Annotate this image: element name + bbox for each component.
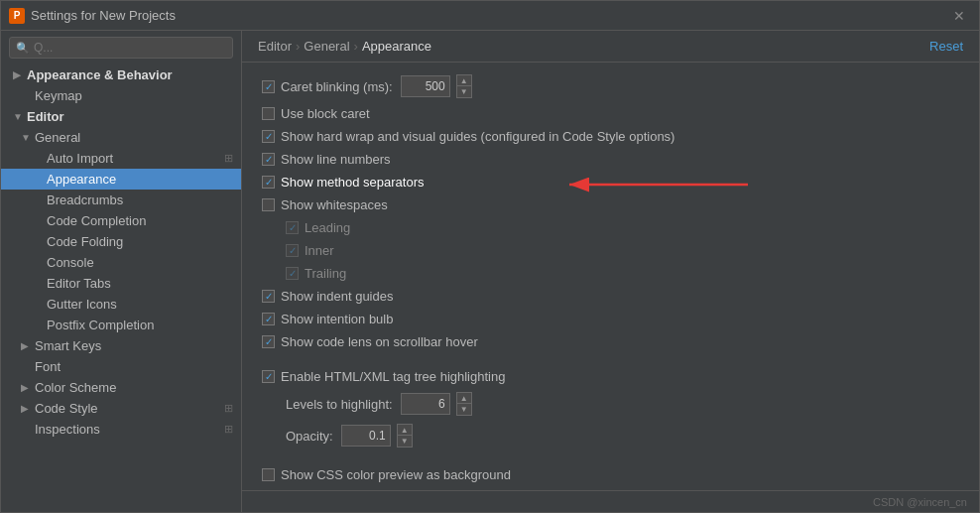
inner-cb[interactable] xyxy=(286,244,299,257)
sidebar-item-label: Keymap xyxy=(35,88,82,103)
show-hard-wrap-cb[interactable] xyxy=(262,130,275,143)
show-whitespaces-cb[interactable] xyxy=(262,198,275,211)
use-block-caret-cb[interactable] xyxy=(262,107,275,120)
title-bar: P Settings for New Projects ✕ xyxy=(1,1,979,31)
sidebar-item-smart-keys[interactable]: ▶ Smart Keys xyxy=(1,335,241,356)
main-content: 🔍 ▶ Appearance & Behavior Keymap ▼ Edito… xyxy=(1,31,979,512)
opacity-spin-down[interactable]: ▼ xyxy=(398,436,412,447)
search-input[interactable] xyxy=(34,41,226,55)
opacity-arrows: ▲ ▼ xyxy=(397,424,413,448)
enable-html-xml-checkbox[interactable]: Enable HTML/XML tag tree highlighting xyxy=(262,369,505,384)
sidebar-item-label: Font xyxy=(35,359,61,374)
inner-row: Inner xyxy=(262,243,959,258)
sidebar-item-color-scheme[interactable]: ▶ Color Scheme xyxy=(1,377,241,398)
expand-arrow: ▶ xyxy=(21,340,33,351)
sidebar-item-editor[interactable]: ▼ Editor xyxy=(1,106,241,127)
sidebar-item-gutter-icons[interactable]: Gutter Icons xyxy=(1,294,241,315)
show-indent-guides-cb[interactable] xyxy=(262,290,275,303)
close-button[interactable]: ✕ xyxy=(947,6,971,26)
show-whitespaces-label: Show whitespaces xyxy=(281,197,388,212)
show-whitespaces-checkbox[interactable]: Show whitespaces xyxy=(262,197,388,212)
sidebar-item-editor-tabs[interactable]: Editor Tabs xyxy=(1,273,241,294)
levels-to-highlight-row: Levels to highlight: ▲ ▼ xyxy=(262,392,959,416)
levels-spin-up[interactable]: ▲ xyxy=(457,393,471,404)
sidebar-item-breadcrumbs[interactable]: Breadcrumbs xyxy=(1,190,241,210)
footer: CSDN @xincen_cn xyxy=(242,490,979,512)
trailing-checkbox[interactable]: Trailing xyxy=(286,266,346,281)
show-hard-wrap-row: Show hard wrap and visual guides (config… xyxy=(262,129,959,144)
use-block-caret-checkbox[interactable]: Use block caret xyxy=(262,106,370,121)
inner-checkbox[interactable]: Inner xyxy=(286,243,334,258)
show-css-preview-checkbox[interactable]: Show CSS color preview as background xyxy=(262,467,511,482)
sidebar-item-label: Code Completion xyxy=(47,213,146,228)
show-method-separators-cb[interactable] xyxy=(262,176,275,189)
levels-arrows: ▲ ▼ xyxy=(456,392,472,416)
use-block-caret-row: Use block caret xyxy=(262,106,959,121)
sidebar-item-inspections[interactable]: Inspections ⊞ xyxy=(1,419,241,440)
caret-blinking-input[interactable] xyxy=(401,75,450,97)
sidebar-item-auto-import[interactable]: Auto Import ⊞ xyxy=(1,148,241,169)
sidebar-item-general[interactable]: ▼ General xyxy=(1,127,241,148)
sidebar-item-label: Inspections xyxy=(35,422,100,437)
sidebar-item-code-completion[interactable]: Code Completion xyxy=(1,210,241,231)
expand-arrow xyxy=(21,361,33,372)
spin-down[interactable]: ▼ xyxy=(457,86,471,97)
expand-arrow xyxy=(33,299,45,310)
opacity-spinner: ▲ ▼ xyxy=(341,424,413,448)
levels-input[interactable] xyxy=(401,393,450,415)
levels-spin-down[interactable]: ▼ xyxy=(457,404,471,415)
leading-cb[interactable] xyxy=(286,221,299,234)
show-css-preview-cb[interactable] xyxy=(262,468,275,481)
sidebar-item-badge: ⊞ xyxy=(224,402,233,415)
show-method-separators-label: Show method separators xyxy=(281,175,425,190)
sidebar-item-keymap[interactable]: Keymap xyxy=(1,85,241,106)
show-line-numbers-label: Show line numbers xyxy=(281,152,391,167)
trailing-cb[interactable] xyxy=(286,267,299,280)
show-code-lens-checkbox[interactable]: Show code lens on scrollbar hover xyxy=(262,334,478,349)
enable-html-xml-row: Enable HTML/XML tag tree highlighting xyxy=(262,369,959,384)
show-code-lens-row: Show code lens on scrollbar hover xyxy=(262,334,959,349)
breadcrumb-current: Appearance xyxy=(362,39,431,54)
sidebar-item-label: General xyxy=(35,130,80,145)
show-line-numbers-checkbox[interactable]: Show line numbers xyxy=(262,152,391,167)
breadcrumb-sep2: › xyxy=(354,39,358,54)
show-intention-bulb-cb[interactable] xyxy=(262,313,275,325)
app-icon: P xyxy=(9,8,25,24)
caret-blinking-cb[interactable] xyxy=(262,80,275,93)
show-hard-wrap-checkbox[interactable]: Show hard wrap and visual guides (config… xyxy=(262,129,674,144)
opacity-label: Opacity: xyxy=(286,429,333,444)
sidebar-item-font[interactable]: Font xyxy=(1,356,241,377)
sidebar-item-postfix-completion[interactable]: Postfix Completion xyxy=(1,315,241,335)
show-code-lens-cb[interactable] xyxy=(262,335,275,348)
show-intention-bulb-checkbox[interactable]: Show intention bulb xyxy=(262,312,393,326)
opacity-input[interactable] xyxy=(341,425,391,447)
expand-arrow xyxy=(33,215,45,226)
caret-blinking-checkbox[interactable]: Caret blinking (ms): xyxy=(262,79,393,94)
sidebar-item-code-folding[interactable]: Code Folding xyxy=(1,231,241,252)
show-indent-guides-checkbox[interactable]: Show indent guides xyxy=(262,289,393,304)
opacity-row: Opacity: ▲ ▼ xyxy=(262,424,959,448)
leading-checkbox[interactable]: Leading xyxy=(286,220,350,235)
show-method-separators-checkbox[interactable]: Show method separators xyxy=(262,175,425,190)
settings-content: Caret blinking (ms): ▲ ▼ Use block c xyxy=(242,63,979,490)
sidebar-item-console[interactable]: Console xyxy=(1,252,241,273)
show-css-preview-label: Show CSS color preview as background xyxy=(281,467,511,482)
sidebar-item-appearance[interactable]: Appearance xyxy=(1,169,241,190)
enable-html-xml-cb[interactable] xyxy=(262,370,275,383)
expand-arrow xyxy=(33,257,45,268)
spin-up[interactable]: ▲ xyxy=(457,75,471,86)
sidebar-item-badge: ⊞ xyxy=(224,423,233,436)
expand-arrow xyxy=(33,278,45,289)
reset-button[interactable]: Reset xyxy=(929,39,963,54)
caret-blinking-row: Caret blinking (ms): ▲ ▼ xyxy=(262,74,959,98)
sidebar-item-badge: ⊞ xyxy=(224,152,233,165)
sidebar-item-code-style[interactable]: ▶ Code Style ⊞ xyxy=(1,398,241,419)
breadcrumb-part1: Editor xyxy=(258,39,292,54)
show-intention-bulb-row: Show intention bulb xyxy=(262,312,959,326)
opacity-spin-up[interactable]: ▲ xyxy=(398,425,412,436)
sidebar-item-appearance-behavior[interactable]: ▶ Appearance & Behavior xyxy=(1,64,241,85)
search-box[interactable]: 🔍 xyxy=(9,37,233,59)
expand-arrow: ▶ xyxy=(21,382,33,393)
expand-arrow: ▶ xyxy=(21,403,33,414)
show-line-numbers-cb[interactable] xyxy=(262,153,275,166)
